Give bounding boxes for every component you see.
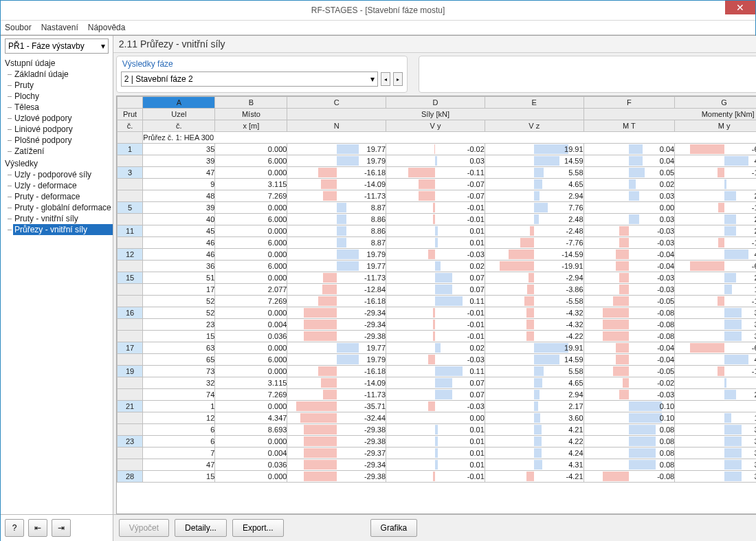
cell[interactable]: 4.21 — [485, 424, 583, 436]
row-header[interactable] — [117, 284, 143, 296]
tree-pruty[interactable]: Pruty — [13, 80, 113, 91]
col-C[interactable]: C — [287, 97, 386, 109]
cell[interactable]: -14.09 — [287, 179, 386, 190]
cell-x[interactable]: 0.000 — [215, 225, 287, 237]
cell-x[interactable]: 7.269 — [215, 190, 287, 202]
cell[interactable]: -29.38 — [287, 424, 386, 436]
cell-uzel[interactable]: 46 — [143, 249, 215, 261]
cell-uzel[interactable]: 45 — [143, 225, 215, 237]
cell[interactable]: 0.10 — [583, 401, 675, 412]
help-button[interactable]: ? — [5, 519, 24, 537]
cell-uzel[interactable]: 52 — [143, 296, 215, 307]
cell[interactable]: -11.77 — [675, 296, 756, 307]
cell[interactable]: 0.02 — [583, 179, 675, 190]
cell-x[interactable]: 0.004 — [215, 319, 287, 331]
col-G[interactable]: G — [675, 97, 756, 109]
cell[interactable]: -0.02 — [386, 144, 485, 155]
cell-uzel[interactable]: 15 — [143, 331, 215, 342]
prev-table-button[interactable]: ⇤ — [28, 519, 47, 537]
cell[interactable]: 2.94 — [485, 389, 583, 401]
cell[interactable]: 2.48 — [485, 214, 583, 225]
cell[interactable]: -14.09 — [287, 377, 386, 389]
cell-uzel[interactable]: 40 — [143, 214, 215, 225]
cell[interactable]: -0.03 — [583, 284, 675, 296]
cell[interactable]: 3.60 — [485, 412, 583, 424]
detaily-button[interactable]: Detaily... — [175, 519, 227, 537]
cell[interactable]: 20.20 — [675, 272, 756, 284]
row-header[interactable] — [117, 389, 143, 401]
cell[interactable]: -4.22 — [485, 331, 583, 342]
cell-uzel[interactable]: 48 — [143, 190, 215, 202]
cell-uzel[interactable]: 51 — [143, 272, 215, 284]
cell[interactable]: 0.00 — [386, 412, 485, 424]
row-header[interactable] — [117, 459, 143, 471]
cell[interactable]: -12.84 — [287, 284, 386, 296]
cell[interactable]: -0.11 — [386, 167, 485, 179]
cell[interactable]: 0.03 — [583, 214, 675, 225]
cell-x[interactable]: 0.000 — [215, 342, 287, 354]
cell[interactable]: -0.01 — [386, 202, 485, 214]
tree-prurezy-vnitrni-sily[interactable]: Průřezy - vnitřní síly — [13, 224, 113, 235]
cell[interactable]: 19.77 — [287, 144, 386, 155]
cell[interactable]: 30.29 — [675, 424, 756, 436]
row-header[interactable] — [117, 331, 143, 342]
tree-telesa[interactable]: Tělesa — [13, 102, 113, 113]
row-header[interactable]: 19 — [117, 366, 143, 377]
row-header[interactable] — [117, 155, 143, 167]
export-button[interactable]: Export... — [232, 519, 284, 537]
cell[interactable]: 0.08 — [583, 424, 675, 436]
cell[interactable]: 19.79 — [287, 354, 386, 366]
cell[interactable]: 19.77 — [287, 342, 386, 354]
cell[interactable]: 0.07 — [386, 272, 485, 284]
cell-uzel[interactable]: 47 — [143, 167, 215, 179]
cell[interactable]: -11.73 — [287, 272, 386, 284]
cell[interactable]: 30.45 — [675, 307, 756, 319]
cell-uzel[interactable]: 17 — [143, 284, 215, 296]
cell[interactable]: 0.03 — [583, 190, 675, 202]
cell[interactable]: -16.18 — [287, 296, 386, 307]
row-header[interactable]: 3 — [117, 167, 143, 179]
cell-x[interactable]: 6.000 — [215, 354, 287, 366]
tree-zatizeni[interactable]: Zatížení — [13, 146, 113, 157]
cell[interactable]: 19.91 — [485, 144, 583, 155]
cell-uzel[interactable]: 63 — [143, 342, 215, 354]
cell[interactable]: 0.01 — [386, 448, 485, 459]
phase-next-button[interactable]: ▸ — [393, 72, 403, 86]
cell[interactable]: 4.65 — [485, 377, 583, 389]
cell[interactable]: -0.04 — [583, 354, 675, 366]
cell-uzel[interactable]: 46 — [143, 237, 215, 249]
grafika-button[interactable]: Grafika — [370, 519, 418, 537]
cell[interactable]: 0.02 — [386, 261, 485, 272]
cell[interactable]: -29.34 — [287, 307, 386, 319]
cell[interactable]: 12.82 — [675, 412, 756, 424]
cell[interactable]: 8.87 — [287, 237, 386, 249]
col-F[interactable]: F — [583, 97, 675, 109]
tree-pruty-globalni-deformace[interactable]: Pruty - globální deformace — [13, 202, 113, 213]
cell-x[interactable]: 0.000 — [215, 249, 287, 261]
phase-prev-button[interactable]: ◂ — [381, 72, 390, 86]
menu-soubor[interactable]: Soubor — [5, 23, 32, 32]
cell-x[interactable]: 8.693 — [215, 424, 287, 436]
cell[interactable]: 20.20 — [675, 389, 756, 401]
cell[interactable]: 30.29 — [675, 331, 756, 342]
menu-napoveda[interactable]: Nápověda — [88, 23, 126, 32]
cell-x[interactable]: 0.000 — [215, 307, 287, 319]
row-header[interactable]: 21 — [117, 401, 143, 412]
cell[interactable]: -0.03 — [583, 225, 675, 237]
row-header[interactable] — [117, 424, 143, 436]
cell[interactable]: 2.17 — [485, 401, 583, 412]
cell-uzel[interactable]: 15 — [143, 471, 215, 483]
cell-uzel[interactable]: 39 — [143, 202, 215, 214]
tree-uzly-podporove-sily[interactable]: Uzly - podporové síly — [13, 169, 113, 180]
cell[interactable]: 0.08 — [583, 459, 675, 471]
row-header[interactable] — [117, 261, 143, 272]
cell[interactable]: -0.02 — [583, 377, 675, 389]
col-E[interactable]: E — [485, 97, 583, 109]
cell-x[interactable]: 7.269 — [215, 296, 287, 307]
row-header[interactable] — [117, 296, 143, 307]
row-header[interactable]: 23 — [117, 436, 143, 448]
cell[interactable]: 19.79 — [287, 249, 386, 261]
cell[interactable]: 0.11 — [386, 366, 485, 377]
cell[interactable]: -0.01 — [386, 471, 485, 483]
row-header[interactable]: 17 — [117, 342, 143, 354]
